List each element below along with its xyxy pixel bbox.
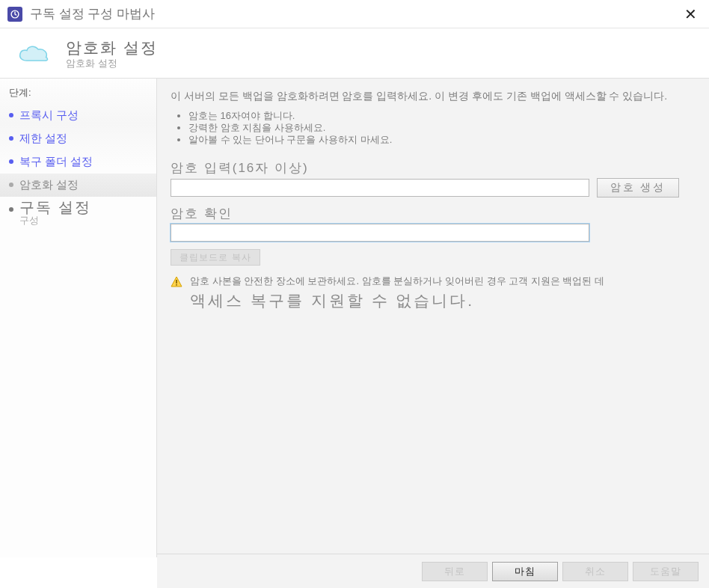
password-enter-label: 암호 입력(16자 이상) xyxy=(171,159,696,177)
description-text: 이 서버의 모든 백업을 암호화하려면 암호를 입력하세요. 이 변경 후에도 … xyxy=(171,88,696,104)
warning-text: 암호 사본을 안전한 장소에 보관하세요. 암호를 분실하거나 잊어버린 경우 … xyxy=(190,275,604,288)
step-label: 구독 설정 xyxy=(19,199,91,215)
step-label: 암호화 설정 xyxy=(19,178,79,191)
help-button[interactable]: 도움말 xyxy=(633,562,699,581)
finish-button[interactable]: 마침 xyxy=(492,562,558,581)
window-title: 구독 설정 구성 마법사 xyxy=(30,5,680,22)
step-label: 제한 설정 xyxy=(19,132,67,144)
step-subscription[interactable]: 구독 설정 xyxy=(0,197,156,217)
tip-item: 알아볼 수 있는 단어나 구문을 사용하지 마세요. xyxy=(188,134,696,147)
password-confirm-input[interactable] xyxy=(171,224,589,242)
tip-item: 강력한 암호 지침을 사용하세요. xyxy=(188,122,696,135)
close-icon[interactable]: ✕ xyxy=(680,5,702,23)
step-encryption[interactable]: 암호화 설정 xyxy=(0,174,156,197)
password-input[interactable] xyxy=(171,179,589,197)
tip-item: 암호는 16자여야 합니다. xyxy=(188,110,696,123)
cloud-icon xyxy=(15,43,52,65)
cancel-button[interactable]: 취소 xyxy=(562,562,628,581)
svg-rect-2 xyxy=(176,284,177,286)
main-panel: 이 서버의 모든 백업을 암호화하려면 암호를 입력하세요. 이 변경 후에도 … xyxy=(157,79,709,557)
back-button[interactable]: 뒤로 xyxy=(422,562,488,581)
page-subtitle: 암호화 설정 xyxy=(66,57,158,70)
step-label: 프록시 구성 xyxy=(19,108,79,121)
step-limit[interactable]: 제한 설정 xyxy=(0,127,156,150)
copy-clipboard-button[interactable]: 클립보드로 복사 xyxy=(171,249,260,266)
step-proxy[interactable]: 프록시 구성 xyxy=(0,104,156,127)
step-label: 복구 폴더 설정 xyxy=(19,155,93,168)
wizard-steps-sidebar: 단계: 프록시 구성 제한 설정 복구 폴더 설정 암호화 설정 구독 설정 구… xyxy=(0,79,157,557)
generate-password-button[interactable]: 암호 생성 xyxy=(597,178,679,197)
password-confirm-label: 암호 확인 xyxy=(171,205,696,222)
steps-label: 단계: xyxy=(0,82,156,104)
app-icon xyxy=(7,7,22,22)
warning-icon xyxy=(171,276,182,288)
titlebar: 구독 설정 구성 마법사 ✕ xyxy=(0,0,709,28)
wizard-header: 암호화 설정 암호화 설정 xyxy=(0,28,709,79)
wizard-footer: 뒤로 마침 취소 도움말 xyxy=(157,554,709,588)
page-title: 암호화 설정 xyxy=(66,37,158,58)
svg-rect-1 xyxy=(176,280,177,284)
warning-emphasis: 액세스 복구를 지원할 수 없습니다. xyxy=(190,290,604,311)
step-recovery-folder[interactable]: 복구 폴더 설정 xyxy=(0,150,156,174)
password-tips-list: 암호는 16자여야 합니다. 강력한 암호 지침을 사용하세요. 알아볼 수 있… xyxy=(188,110,696,147)
warning-row: 암호 사본을 안전한 장소에 보관하세요. 암호를 분실하거나 잊어버린 경우 … xyxy=(171,275,696,312)
